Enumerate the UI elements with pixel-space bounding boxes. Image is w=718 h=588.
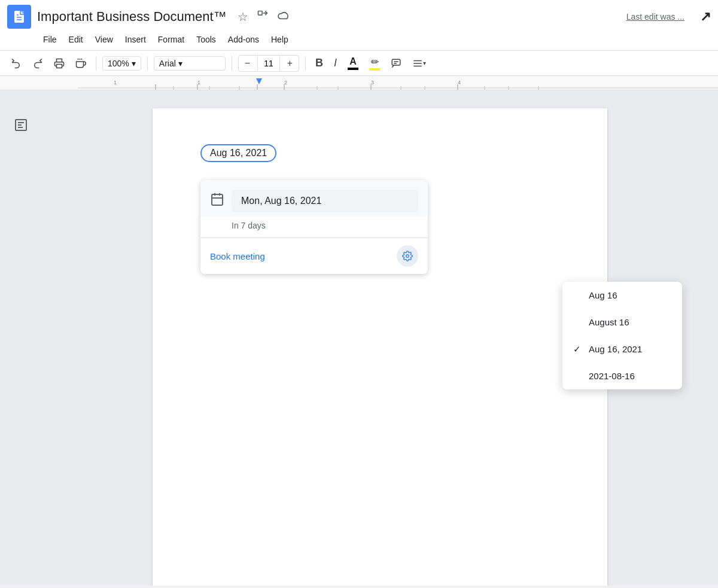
app-icon: [7, 5, 31, 29]
ruler: 1 1 2 3 4: [0, 76, 718, 90]
zoom-dropdown-icon: ▾: [132, 59, 136, 68]
font-selector[interactable]: Arial ▾: [154, 56, 226, 71]
svg-rect-4: [258, 11, 262, 15]
pencil-icon: ✏: [371, 56, 379, 68]
chip-date-relative: In 7 days: [200, 217, 428, 237]
svg-text:2: 2: [284, 80, 287, 86]
menu-format[interactable]: Format: [153, 32, 189, 47]
menu-insert[interactable]: Insert: [120, 32, 151, 47]
star-icon[interactable]: ☆: [238, 10, 248, 24]
toolbar-separator-4: [305, 56, 306, 71]
menu-addons[interactable]: Add-ons: [223, 32, 264, 47]
main-area: Aug 16, 2021 Mon, Aug 16, 2021 In 7 days: [0, 90, 718, 586]
last-edit-label[interactable]: Last edit was ...: [626, 12, 684, 22]
svg-text:1: 1: [197, 80, 200, 86]
zoom-control[interactable]: 100% ▾: [102, 56, 141, 71]
gear-button[interactable]: [397, 245, 418, 267]
calendar-icon: [210, 192, 224, 210]
paint-format-button[interactable]: [72, 56, 90, 71]
book-meeting-button[interactable]: Book meeting: [210, 251, 265, 261]
svg-text:1: 1: [114, 80, 117, 86]
ruler-svg: 1 1 2 3 4: [78, 76, 718, 90]
document-title: Important Business Document™: [37, 9, 227, 25]
font-size-increase[interactable]: +: [281, 56, 299, 71]
svg-text:3: 3: [371, 80, 374, 86]
font-size-control: − 11 +: [238, 55, 299, 72]
title-bar: Important Business Document™ ☆ Last edit…: [0, 0, 718, 51]
redo-button[interactable]: [29, 56, 47, 71]
menu-file[interactable]: File: [38, 32, 62, 47]
chip-date-main: Mon, Aug 16, 2021: [232, 190, 418, 212]
menu-bar: File Edit View Insert Format Tools Add-o…: [7, 31, 711, 50]
toolbar-separator-2: [147, 56, 148, 71]
svg-rect-5: [57, 64, 62, 68]
align-button[interactable]: ▾: [409, 56, 430, 71]
chip-header: Mon, Aug 16, 2021: [200, 180, 428, 217]
chip-actions: Book meeting: [200, 238, 428, 274]
toolbar-separator-3: [232, 56, 232, 71]
bold-button[interactable]: B: [312, 54, 327, 72]
cloud-icon[interactable]: [277, 10, 290, 24]
svg-rect-9: [392, 59, 400, 65]
date-format-dropdown: Aug 16 August 16 Aug 16, 2021 2021-08-16: [562, 282, 682, 389]
comment-button[interactable]: [387, 56, 405, 71]
toolbar: 100% ▾ Arial ▾ − 11 + B I A ✏: [0, 51, 718, 76]
title-action-icons: ☆: [238, 10, 290, 25]
trending-icon: ↗: [700, 9, 711, 25]
sidebar-left: [0, 90, 42, 586]
menu-view[interactable]: View: [90, 32, 118, 47]
svg-marker-16: [256, 78, 262, 84]
menu-help[interactable]: Help: [266, 32, 293, 47]
zoom-level: 100%: [108, 59, 129, 68]
date-chip[interactable]: Aug 16, 2021: [200, 144, 276, 162]
text-color-button[interactable]: A: [344, 55, 362, 71]
text-color-letter: A: [349, 56, 357, 67]
menu-edit[interactable]: Edit: [64, 32, 88, 47]
italic-button[interactable]: I: [330, 54, 340, 72]
menu-tools[interactable]: Tools: [191, 32, 221, 47]
font-name: Arial: [159, 59, 176, 68]
date-format-iso[interactable]: 2021-08-16: [562, 362, 682, 389]
svg-text:4: 4: [458, 80, 461, 86]
text-color-bar: [348, 68, 358, 70]
smart-chip-popup: Mon, Aug 16, 2021 In 7 days Book meeting: [200, 180, 428, 274]
highlight-color-bar: [369, 68, 380, 71]
date-format-august16[interactable]: August 16: [562, 309, 682, 336]
date-format-aug16[interactable]: Aug 16: [562, 282, 682, 309]
document-page: Aug 16, 2021 Mon, Aug 16, 2021 In 7 days: [153, 108, 607, 586]
highlight-button[interactable]: ✏: [366, 55, 384, 72]
svg-point-46: [406, 255, 409, 258]
svg-rect-42: [212, 194, 223, 205]
font-size-value[interactable]: 11: [257, 56, 280, 71]
undo-button[interactable]: [7, 56, 25, 71]
toolbar-separator-1: [96, 56, 96, 71]
outline-button[interactable]: [10, 114, 32, 136]
move-icon[interactable]: [257, 10, 269, 25]
date-format-aug16-2021[interactable]: Aug 16, 2021: [562, 336, 682, 362]
font-dropdown-icon: ▾: [178, 59, 182, 68]
print-button[interactable]: [50, 56, 68, 71]
font-size-decrease[interactable]: −: [239, 56, 256, 71]
